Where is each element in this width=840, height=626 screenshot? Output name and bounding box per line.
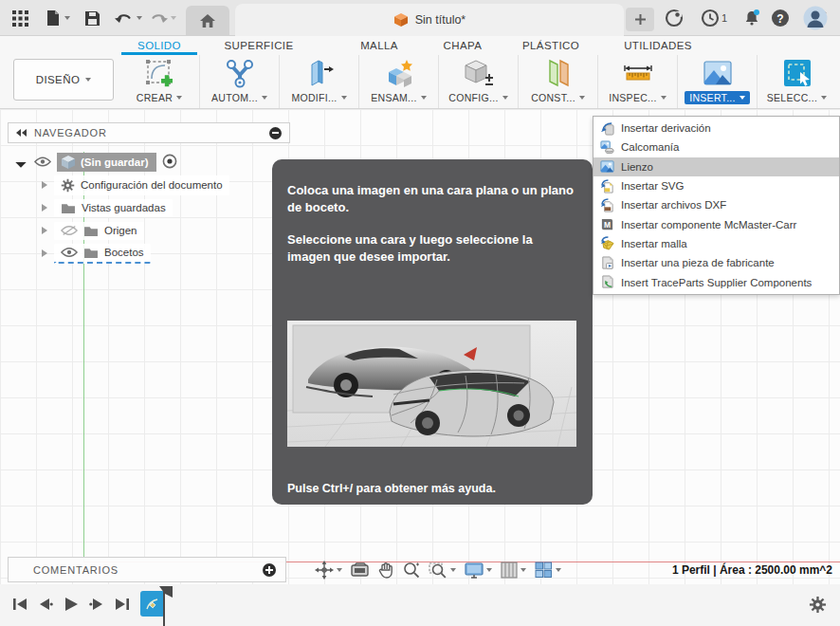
document-cube-icon [393, 12, 409, 28]
menu-item-insertar-malla[interactable]: Insertar malla [593, 234, 839, 253]
tree-item-sketches[interactable]: Bocetos [8, 242, 290, 265]
new-tab-button[interactable] [626, 8, 654, 31]
menu-item-lienzo[interactable]: Lienzo [593, 157, 839, 176]
expand-icon[interactable] [42, 181, 47, 189]
skip-to-end-icon[interactable] [114, 596, 131, 613]
canvas-command-tooltip: Coloca una imagen en una cara plana o un… [272, 159, 593, 505]
redo-icon[interactable] [146, 9, 178, 28]
tooltip-help-hint: Pulse Ctrl+/ para obtener más ayuda. [287, 482, 496, 495]
tree-root-row[interactable]: (Sin guardar) [8, 151, 290, 174]
menu-item-traceparts[interactable]: Insert TraceParts Supplier Components [593, 272, 839, 291]
step-forward-icon[interactable] [88, 596, 105, 613]
workspace-label: DISEÑO [36, 74, 81, 85]
pan-hand-icon[interactable] [377, 562, 394, 579]
tab-superficie[interactable]: SUPERFICIE [207, 40, 311, 51]
timeline-sketch-feature[interactable] [140, 591, 165, 617]
comments-label: COMENTARIOS [33, 564, 263, 576]
inspect-measure-icon [622, 56, 654, 90]
look-at-icon[interactable] [351, 562, 369, 578]
navigator-title: NAVEGADOR [34, 127, 269, 138]
help-icon[interactable]: ? [770, 9, 791, 28]
doc-settings-label: Configuración del documento [81, 179, 223, 191]
tree-item-saved-views[interactable]: Vistas guardadas [8, 196, 290, 219]
group-automatizar[interactable]: AUTOM... [199, 55, 279, 108]
grid-settings-icon[interactable] [501, 562, 526, 579]
visibility-off-eye-icon[interactable] [61, 225, 78, 236]
zoom-fit-icon[interactable] [403, 562, 420, 579]
collapse-tree-icon[interactable] [269, 127, 282, 139]
mesh-icon [599, 236, 614, 251]
workspace-selector[interactable]: DISEÑO [13, 59, 114, 101]
save-icon[interactable] [82, 9, 102, 28]
manufacturer-part-icon [599, 255, 614, 270]
app-grid-icon[interactable] [9, 9, 30, 28]
file-menu-icon[interactable] [42, 9, 74, 28]
menu-item-calcomania[interactable]: Calcomanía [593, 138, 839, 156]
group-label-crear: CREAR [132, 91, 187, 104]
construct-icon [542, 56, 575, 90]
group-seleccionar[interactable]: SELECC... [757, 55, 836, 108]
tab-solido[interactable]: SOLIDO [121, 40, 197, 51]
expand-icon[interactable] [42, 204, 47, 212]
root-document-label: (Sin guardar) [81, 156, 149, 168]
play-icon[interactable] [63, 596, 80, 613]
comments-panel[interactable]: COMENTARIOS [8, 557, 286, 582]
group-configurar[interactable]: CONFIG... [438, 55, 518, 108]
document-tab[interactable]: Sin título* [235, 4, 624, 36]
visibility-eye-icon[interactable] [34, 156, 51, 169]
tab-chapa[interactable]: CHAPA [425, 40, 501, 51]
group-ensamblar[interactable]: ENSAM... [358, 55, 438, 108]
tree-item-origin[interactable]: Origen [8, 219, 290, 242]
jobs-count-badge: 1 [721, 12, 727, 24]
group-inspeccionar[interactable]: INSPEC... [597, 55, 677, 108]
tab-malla[interactable]: MALLA [341, 40, 417, 51]
select-icon [781, 56, 813, 90]
activate-component-radio[interactable] [162, 154, 177, 171]
tooltip-preview-image [287, 321, 576, 447]
group-label-automatizar: AUTOM... [207, 91, 272, 104]
root-document-item[interactable]: (Sin guardar) [57, 153, 156, 172]
zoom-window-icon[interactable] [429, 562, 456, 579]
group-construir[interactable]: CONST... [518, 55, 597, 108]
notification-bell-icon[interactable] [741, 9, 762, 28]
expand-icon[interactable] [42, 227, 47, 234]
orbit-icon[interactable] [315, 561, 342, 580]
group-label-modificar: MODIFI... [286, 91, 351, 104]
group-label-seleccionar: SELECC... [762, 91, 831, 104]
tree-item-doc-settings[interactable]: Configuración del documento [8, 174, 290, 196]
menu-item-mcmaster[interactable]: M Insertar componente McMaster-Carr [593, 214, 839, 233]
group-label-insertar: INSERT... [685, 91, 750, 104]
visibility-eye-icon[interactable] [61, 247, 78, 258]
navigator-panel: NAVEGADOR (Sin guardar) Configuración de… [8, 122, 290, 265]
tab-plastico[interactable]: PLÁSTICO [508, 40, 593, 51]
job-status-icon[interactable]: 1 [698, 9, 730, 28]
skip-to-start-icon[interactable] [11, 596, 28, 613]
menu-item-pieza-fabricante[interactable]: Insertar una pieza de fabricante [593, 253, 839, 272]
decal-icon [599, 139, 614, 155]
avatar[interactable] [802, 9, 829, 28]
add-comment-icon[interactable] [263, 563, 276, 577]
group-label-inspeccionar: INSPEC... [604, 91, 671, 104]
display-settings-icon[interactable] [465, 562, 492, 579]
step-back-icon[interactable] [37, 596, 54, 613]
expand-icon[interactable] [42, 249, 47, 257]
component-cube-icon [61, 155, 76, 170]
create-sketch-icon [143, 56, 175, 90]
timeline-playback-controls [11, 596, 131, 613]
home-tab[interactable] [186, 6, 229, 36]
tab-utilidades[interactable]: UTILIDADES [611, 40, 705, 51]
status-readout: 1 Perfil | Área : 2500.00 mm^2 [672, 563, 832, 577]
expand-root-icon[interactable] [15, 156, 26, 167]
menu-item-insertar-dxf[interactable]: Insertar archivos DXF [593, 195, 839, 214]
group-insertar[interactable]: INSERT... [677, 55, 757, 108]
menu-item-insertar-derivacion[interactable]: Insertar derivación [593, 119, 839, 138]
group-modificar[interactable]: MODIFI... [279, 55, 358, 108]
collapse-panel-icon[interactable] [16, 129, 27, 137]
menu-item-insertar-svg[interactable]: Insertar SVG [593, 176, 839, 195]
timeline-settings-gear-icon[interactable] [809, 596, 827, 617]
insert-dropdown-menu: Insertar derivación Calcomanía Lienzo In… [593, 116, 840, 295]
undo-icon[interactable] [112, 9, 144, 28]
extensions-icon[interactable] [664, 9, 685, 28]
group-crear[interactable]: CREAR [119, 55, 199, 108]
viewports-icon[interactable] [535, 562, 561, 579]
